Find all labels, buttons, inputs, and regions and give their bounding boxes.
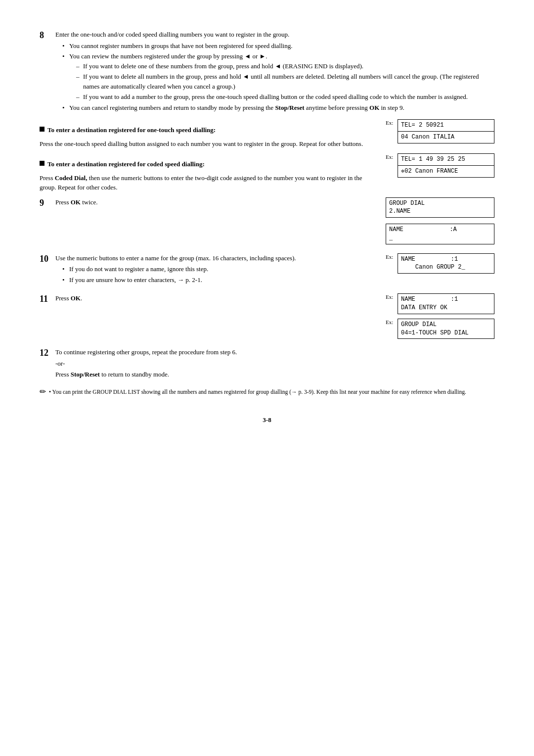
step-10-main-text: Use the numeric buttons to enter a name … xyxy=(55,253,378,263)
display-name-coded: ✲02 Canon FRANCE xyxy=(398,166,494,178)
ok-bold-11: OK xyxy=(71,294,81,302)
black-square-icon xyxy=(40,127,44,132)
step-12-or-text: -or- xyxy=(55,359,494,369)
section-onetouch: To enter a destination registered for on… xyxy=(40,119,494,148)
display-tel-coded: TEL= 1 49 39 25 25 xyxy=(398,153,494,166)
step-12-body: To continue registering other groups, re… xyxy=(55,347,494,381)
step-8-bullets: You cannot register numbers in groups th… xyxy=(62,41,494,113)
section-coded-ex: Ex: TEL= 1 49 39 25 25 ✲02 Canon FRANCE xyxy=(386,153,494,178)
step-11-ex-2: Ex: GROUP DIAL04=1-TOUCH SPD DIAL xyxy=(386,319,494,339)
step-8-number: 8 xyxy=(40,30,55,41)
section-coded-text: Press Coded Dial, then use the numeric b… xyxy=(40,173,368,192)
black-square-icon-2 xyxy=(40,161,44,166)
step-10-bullets: If you do not want to register a name, i… xyxy=(62,264,378,284)
section-onetouch-displays: Ex: TEL= 2 50921 04 Canon ITALIA xyxy=(386,119,494,145)
step-11-body: Press OK. xyxy=(55,293,378,305)
step-8-sub-3: If you want to add a number to the group… xyxy=(76,92,494,102)
stop-reset-bold-12: Stop/Reset xyxy=(71,371,100,378)
step-9-block: 9 Press OK twice. GROUP DIAL2.NAME NAME … xyxy=(40,197,494,246)
ex-label-11b: Ex: xyxy=(386,319,398,325)
step-8-body: Enter the one-touch and/or coded speed d… xyxy=(55,30,494,114)
step-8-bullet-3: You can cancel registering numbers and r… xyxy=(62,103,494,113)
step-10-bullet-1: If you do not want to register a name, i… xyxy=(62,264,378,274)
step-11-displays: Ex: NAME :1DATA ENTRY OK Ex: GROUP DIAL0… xyxy=(386,293,494,340)
step-9-body: Press OK twice. xyxy=(55,197,378,209)
section-coded-box: TEL= 1 49 39 25 25 ✲02 Canon FRANCE xyxy=(398,153,494,178)
step-11-number: 11 xyxy=(40,293,55,305)
display-name-a: NAME :A_ xyxy=(386,224,494,244)
note-block: ✏ • You can print the GROUP DIAL LIST sh… xyxy=(40,388,494,396)
section-onetouch-box: TEL= 2 50921 04 Canon ITALIA xyxy=(398,119,494,143)
section-coded-displays: Ex: TEL= 1 49 39 25 25 ✲02 Canon FRANCE xyxy=(386,153,494,179)
step-8-main-text: Enter the one-touch and/or coded speed d… xyxy=(55,30,494,40)
step-8-block: 8 Enter the one-touch and/or coded speed… xyxy=(40,30,494,114)
ok-bold-1: OK xyxy=(369,104,379,111)
section-onetouch-heading-text: To enter a destination registered for on… xyxy=(47,125,216,135)
section-onetouch-heading: To enter a destination registered for on… xyxy=(40,125,368,135)
step-10-block: 10 Use the numeric buttons to enter a na… xyxy=(40,253,494,287)
section-coded-heading-text: To enter a destination registered for co… xyxy=(47,159,205,169)
display-name-onetouch: 04 Canon ITALIA xyxy=(398,132,494,143)
display-canon-group: NAME :1 Canon GROUP 2_ xyxy=(398,253,494,274)
ex-label-1: Ex: xyxy=(386,119,398,126)
section-coded: To enter a destination registered for co… xyxy=(40,153,494,192)
ex-label-10: Ex: xyxy=(386,253,398,260)
ex-label-11a: Ex: xyxy=(386,293,398,300)
note-text: • You can print the GROUP DIAL LIST show… xyxy=(49,388,466,396)
step-8-bullet-2: You can review the numbers registered un… xyxy=(62,51,494,102)
section-onetouch-left: To enter a destination registered for on… xyxy=(40,119,368,148)
section-onetouch-ex: Ex: TEL= 2 50921 04 Canon ITALIA xyxy=(386,119,494,143)
coded-dial-bold: Coded Dial, xyxy=(55,174,88,182)
step-8-sub-bullets: If you want to delete one of these numbe… xyxy=(76,61,494,102)
step-10-number: 10 xyxy=(40,253,55,265)
ex-label-2: Ex: xyxy=(386,153,398,160)
step-8-bullet-1: You cannot register numbers in groups th… xyxy=(62,41,494,51)
step-11-ex-1: Ex: NAME :1DATA ENTRY OK xyxy=(386,293,494,314)
section-coded-heading: To enter a destination registered for co… xyxy=(40,159,368,169)
step-8-sub-2: If you want to delete all numbers in the… xyxy=(76,72,494,91)
step-12-main-text: To continue registering other groups, re… xyxy=(55,347,494,357)
stop-reset-bold-1: Stop/Reset xyxy=(275,104,304,111)
step-10-body: Use the numeric buttons to enter a name … xyxy=(55,253,378,287)
step-10-bullet-2: If you are unsure how to enter character… xyxy=(62,275,378,285)
step-12-block: 12 To continue registering other groups,… xyxy=(40,347,494,381)
section-onetouch-text: Press the one-touch speed dialling butto… xyxy=(40,139,368,149)
step-8-sub-1: If you want to delete one of these numbe… xyxy=(76,61,494,71)
step-11-block: 11 Press OK. Ex: NAME :1DATA ENTRY OK Ex… xyxy=(40,293,494,340)
step-12-number: 12 xyxy=(40,347,55,359)
section-coded-left: To enter a destination registered for co… xyxy=(40,153,368,192)
page-content: 8 Enter the one-touch and/or coded speed… xyxy=(40,30,494,424)
step-12-stop-reset-text: Press Stop/Reset to return to standby mo… xyxy=(55,370,494,379)
step-9-number: 9 xyxy=(40,197,55,209)
display-group-dial: GROUP DIAL2.NAME xyxy=(386,197,494,218)
step-11-text: Press OK. xyxy=(55,293,378,303)
ok-bold-9: OK xyxy=(71,198,81,206)
page-number: 3-8 xyxy=(40,416,494,424)
step-10-ex: Ex: NAME :1 Canon GROUP 2_ xyxy=(386,253,494,274)
display-data-entry-ok: NAME :1DATA ENTRY OK xyxy=(398,293,494,314)
step-9-text: Press OK twice. xyxy=(55,197,378,207)
step-10-displays: Ex: NAME :1 Canon GROUP 2_ xyxy=(386,253,494,276)
step-9-displays: GROUP DIAL2.NAME NAME :A_ xyxy=(386,197,494,246)
display-group-dial-spd: GROUP DIAL04=1-TOUCH SPD DIAL xyxy=(398,319,494,339)
note-icon: ✏ xyxy=(40,387,46,396)
display-tel-onetouch: TEL= 2 50921 xyxy=(398,119,494,132)
